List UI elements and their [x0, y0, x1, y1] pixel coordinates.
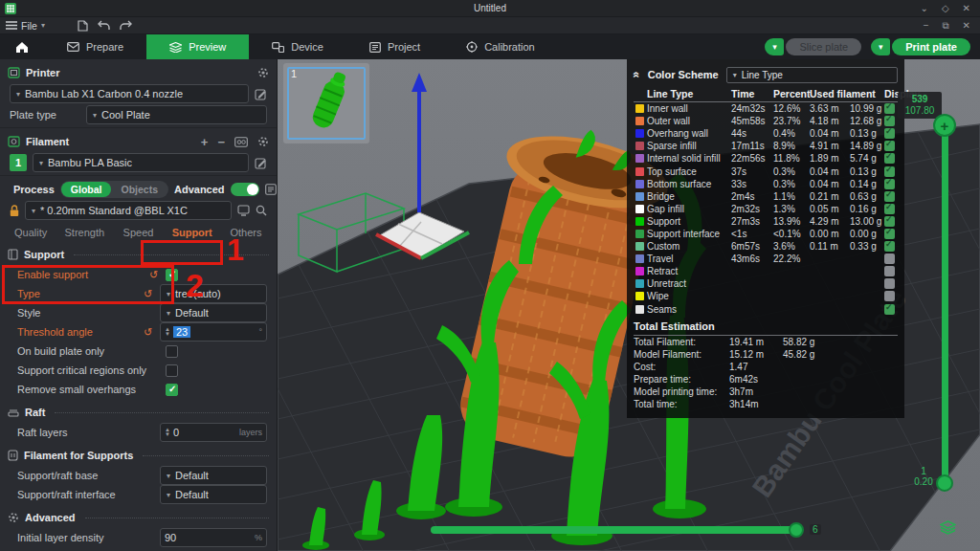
line-type-name: Top surface [647, 166, 731, 177]
scope-global-button[interactable]: Global [61, 182, 112, 197]
remove-filament-button[interactable]: − [217, 135, 225, 149]
display-checkbox[interactable] [884, 141, 895, 151]
moves-slider-handle[interactable] [789, 522, 804, 538]
edit-filament-icon[interactable] [255, 157, 267, 169]
edit-printer-icon[interactable] [255, 88, 267, 100]
line-type-name: Outer wall [647, 116, 731, 126]
view-mode-select[interactable]: ▾ Line Type [726, 67, 898, 83]
display-checkbox[interactable] [884, 191, 895, 202]
tab-calibration[interactable]: Calibration [443, 34, 558, 59]
line-type-name: Gap infill [647, 204, 731, 214]
display-checkbox[interactable] [884, 304, 895, 315]
moves-slider-track[interactable] [431, 526, 802, 534]
tab-home[interactable] [0, 34, 44, 59]
line-type-used-m: 0.04 m [810, 128, 850, 139]
layer-slider-bottom-handle[interactable] [936, 474, 953, 492]
print-options-button[interactable]: ▾ [871, 38, 890, 55]
annotation-number-1: 1 [227, 234, 244, 265]
export-preset-icon[interactable] [237, 205, 250, 216]
preset-list-icon[interactable] [265, 184, 277, 195]
display-checkbox[interactable] [884, 204, 895, 214]
line-type-name: Overhang wall [647, 128, 731, 139]
filament-slot-badge[interactable]: 1 [10, 154, 27, 171]
spinner-arrows-icon[interactable]: ▲▼ [165, 428, 170, 437]
slice-plate-button[interactable]: Slice plate [786, 38, 861, 55]
display-checkbox[interactable] [884, 128, 895, 139]
add-filament-button[interactable]: + [201, 135, 209, 149]
total-estimation-row: Total time: 3h14m [634, 398, 898, 410]
printer-preset-select[interactable]: ▾ Bambu Lab X1 Carbon 0.4 nozzle [10, 84, 249, 103]
total-row-value1: 3h14m [729, 399, 783, 409]
line-color-swatch [635, 104, 644, 113]
line-type-percent: 1.3% [773, 204, 810, 214]
layer-slider-track[interactable] [942, 122, 948, 484]
process-tab-support[interactable]: Support [166, 227, 219, 238]
process-tab-quality[interactable]: Quality [4, 227, 57, 238]
support-type-select[interactable]: ▾ tree(auto) [160, 284, 267, 303]
file-menu[interactable]: File ▾ [6, 20, 45, 32]
layers-icon[interactable] [940, 520, 956, 535]
tab-project[interactable]: Project [346, 34, 443, 59]
line-type-row: Unretract [634, 277, 898, 290]
display-checkbox[interactable] [884, 241, 895, 252]
build-plate-only-label: On build plate only [17, 345, 161, 357]
doc-minimize-button[interactable]: − [924, 20, 929, 32]
tab-prepare[interactable]: Prepare [44, 34, 146, 59]
line-type-name: Inner wall [647, 103, 731, 114]
tab-preview[interactable]: Preview [146, 34, 249, 59]
support-raft-base-select[interactable]: ▾ Default [160, 466, 267, 485]
display-checkbox[interactable] [884, 153, 895, 164]
raft-layers-input[interactable]: ▲▼ 0 layers [160, 423, 267, 442]
plate-type-select[interactable]: ▾ Cool Plate [86, 105, 267, 124]
doc-restore-button[interactable]: ⧉ [942, 20, 948, 32]
advanced-group-header: Advanced [0, 507, 277, 528]
new-project-button[interactable] [78, 20, 88, 32]
display-checkbox[interactable] [884, 253, 895, 264]
scope-objects-button[interactable]: Objects [111, 182, 167, 197]
undo-button[interactable] [98, 20, 110, 31]
display-checkbox[interactable] [884, 291, 895, 301]
total-estimation-row: Model printing time: 3h7m [634, 386, 898, 398]
search-icon[interactable] [256, 205, 267, 216]
filament-settings-gear-icon[interactable] [257, 136, 269, 147]
tab-device[interactable]: Device [249, 34, 346, 59]
display-checkbox[interactable] [884, 229, 895, 239]
display-checkbox[interactable] [884, 116, 895, 126]
doc-close-button[interactable]: ✕ [963, 20, 970, 32]
line-type-percent: 23.7% [773, 116, 810, 126]
support-style-select[interactable]: ▾ Default [160, 303, 267, 322]
process-preset-select[interactable]: ▾ * 0.20mm Standard @BBL X1C [25, 201, 232, 220]
layer-slider-top-handle[interactable]: + [933, 114, 956, 137]
display-checkbox[interactable] [884, 179, 895, 189]
process-tab-speed[interactable]: Speed [111, 227, 165, 238]
annotation-box-2 [2, 265, 174, 304]
process-tab-strength[interactable]: Strength [57, 227, 111, 238]
redo-button[interactable] [120, 20, 132, 31]
critical-regions-checkbox[interactable] [166, 364, 178, 377]
slice-options-button[interactable]: ▾ [765, 38, 784, 55]
print-plate-button[interactable]: Print plate [892, 38, 970, 55]
total-estimation-row: Total Filament: 19.41 m 58.82 g [634, 336, 898, 348]
display-checkbox[interactable] [884, 266, 895, 276]
main-tabbar: Prepare Preview Device Project Calibrati… [0, 34, 980, 59]
display-checkbox[interactable] [884, 216, 895, 227]
spinner-arrows-icon[interactable]: ▲▼ [165, 327, 170, 337]
build-plate-only-checkbox[interactable] [166, 345, 178, 358]
remove-overhangs-checkbox[interactable] [166, 384, 178, 396]
printer-settings-gear-icon[interactable] [257, 67, 269, 78]
chevron-down-icon: ▾ [32, 207, 35, 215]
display-checkbox[interactable] [884, 166, 895, 177]
line-type-row: Gap infill 2m32s 1.3% 0.05 m 0.16 g [634, 203, 898, 215]
filament-sync-icon[interactable] [234, 137, 248, 147]
display-checkbox[interactable] [884, 103, 895, 114]
advanced-toggle[interactable] [231, 183, 259, 196]
plate-thumbnail[interactable]: 1 [283, 63, 369, 143]
support-raft-interface-select[interactable]: ▾ Default [160, 485, 267, 504]
threshold-angle-input[interactable]: ▲▼ 23 ° [160, 322, 267, 342]
collapse-panel-icon[interactable]: « [630, 72, 643, 78]
initial-layer-density-input[interactable]: 90 % [160, 528, 267, 547]
display-checkbox[interactable] [884, 278, 895, 289]
reset-icon[interactable]: ↺ [144, 326, 155, 339]
support-style-label: Style [17, 307, 155, 319]
filament-preset-select[interactable]: ▾ Bambu PLA Basic [33, 153, 249, 172]
